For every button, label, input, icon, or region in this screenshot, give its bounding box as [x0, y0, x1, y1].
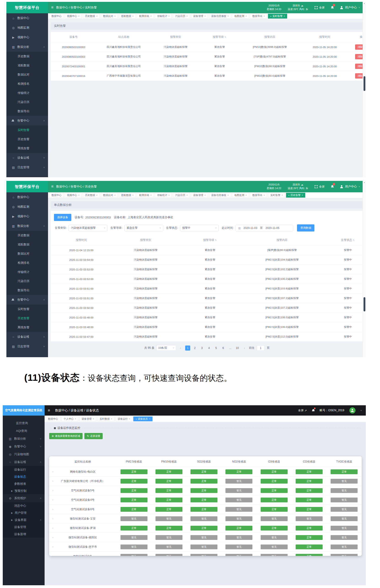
expand-arrow-icon[interactable]: › — [52, 470, 53, 473]
tab-实时告警[interactable]: 实时告警× — [268, 193, 285, 198]
tab-设备管理[interactable]: 设备管理× — [191, 193, 208, 198]
tab-设备管理[interactable]: 设备管理× — [79, 417, 96, 421]
sidebar-item-参数校准[interactable]: 参数校准 — [3, 480, 45, 487]
sidebar-item-消息中心[interactable]: 消息中心 — [3, 502, 45, 509]
expand-arrow-icon[interactable]: › — [52, 508, 53, 511]
sort-icon[interactable]: ⇅ — [215, 239, 216, 241]
sidebar-item-污染物地图[interactable]: ◎污染物地图 — [3, 450, 45, 458]
sidebar-item-日志管理[interactable]: ▤日志管理˅ — [6, 163, 48, 172]
scrollbar-thumb[interactable] — [363, 297, 365, 311]
tab-视频中心[interactable]: 视频中心× — [65, 14, 82, 19]
tab-close-icon[interactable]: × — [302, 194, 303, 196]
tab-close-icon[interactable]: × — [228, 194, 229, 196]
tab-close-icon[interactable]: × — [93, 418, 94, 420]
expand-arrow-icon[interactable]: › — [52, 536, 53, 539]
hamburger-icon[interactable]: ≡ — [51, 5, 54, 10]
goto-page-input[interactable] — [257, 345, 265, 351]
tab-close-icon[interactable]: × — [186, 194, 188, 196]
page-button-5[interactable]: 5 — [213, 346, 219, 351]
sidebar-item-告警中心[interactable]: 告警中心˄ — [6, 295, 48, 305]
sidebar-item-设备运维[interactable]: ○设备运维˅ — [6, 332, 48, 342]
tab-传输统计[interactable]: 传输统计× — [155, 14, 172, 19]
sidebar-item-日志管理[interactable]: ▤日志管理˅ — [6, 342, 48, 351]
scroll-up-icon[interactable]: ▲ — [363, 2, 366, 5]
sidebar-item-实时告警[interactable]: 实时告警 — [6, 305, 48, 314]
expand-arrow-icon[interactable]: › — [52, 526, 53, 530]
tab-设备信息修改[interactable]: 设备信息修改× — [209, 193, 231, 198]
alarm-status-select[interactable]: 报警中 ˅ — [180, 225, 219, 231]
sidebar-item-历史数据[interactable]: 历史数据 — [6, 52, 48, 61]
tab-close-icon[interactable]: × — [246, 15, 247, 17]
sidebar-item-实时告警[interactable]: 实时告警 — [6, 126, 48, 135]
tab-数据导出[interactable]: 数据导出× — [250, 14, 267, 19]
sidebar-item-设备状态[interactable]: 设备状态 — [3, 473, 45, 480]
tab-检测排名[interactable]: 检测排名× — [137, 193, 154, 198]
sort-icon[interactable]: ⇅ — [225, 36, 226, 38]
tab-污染日历[interactable]: 污染日历× — [173, 14, 190, 19]
tab-数据比对[interactable]: 数据比对× — [101, 14, 118, 19]
tab-地图监测[interactable]: 地图监测× — [232, 14, 249, 19]
expand-arrow-icon[interactable]: › — [52, 489, 53, 492]
tab-close-icon[interactable]: × — [75, 418, 76, 420]
sidebar-item-用户管理[interactable]: ▶用户管理 — [3, 509, 45, 516]
sidebar-item-数据中心[interactable]: ⌂数据中心 — [6, 192, 48, 202]
sidebar-item-系统维护[interactable]: ⚙系统维护˄ — [3, 494, 45, 502]
query-button[interactable]: 查询数据 — [297, 224, 314, 231]
tab-检测排名[interactable]: 检测排名× — [137, 14, 154, 19]
tab-数据中心[interactable]: 数据中心 — [49, 14, 64, 19]
avatar[interactable] — [349, 407, 356, 414]
hamburger-icon[interactable]: ≡ — [51, 184, 54, 189]
sidebar-item-AQI查询[interactable]: AQI查询 — [3, 427, 45, 435]
tab-视频中心[interactable]: 视频中心× — [65, 193, 82, 198]
tab-close-icon[interactable]: × — [150, 194, 152, 196]
alarm-level-select[interactable]: 紧急告警 ˅ — [124, 225, 163, 231]
sidebar-item-设备界面[interactable]: ▶设备界面˄ — [3, 516, 45, 524]
tab-close-icon[interactable]: × — [129, 418, 130, 420]
tab-实时数据[interactable]: 实时数据× — [97, 417, 114, 421]
sidebar-item-数据分析[interactable]: ▥数据分析˄ — [6, 42, 48, 52]
tab-close-icon[interactable]: × — [284, 15, 285, 17]
tab-历史数据[interactable]: 历史数据× — [83, 14, 100, 19]
sidebar-item-数据分析[interactable]: ▥数据分析˄ — [6, 221, 48, 231]
user-menu[interactable]: 用户中心 ˅ — [340, 5, 360, 10]
sort-icon[interactable]: ⇅ — [353, 239, 355, 241]
expand-arrow-icon[interactable]: › — [52, 480, 53, 483]
page-button-3[interactable]: 3 — [199, 346, 204, 351]
sidebar-item-传输统计[interactable]: 传输统计 — [6, 88, 48, 98]
tab-实时告警[interactable]: ●实时告警× — [268, 14, 287, 19]
tab-close-icon[interactable]: × — [186, 15, 188, 17]
tab-数据比对[interactable]: 数据比对× — [101, 193, 118, 198]
tab-close-icon[interactable]: × — [149, 418, 151, 420]
sidebar-item-历史数据[interactable]: 历史数据 — [6, 231, 48, 240]
alarm-type-select[interactable]: 污染物浓度超标报警 ˅ — [69, 225, 107, 231]
sidebar-item-污染日历[interactable]: 污染日历 — [6, 277, 48, 286]
sidebar-item-离线告警[interactable]: 离线告警 — [6, 144, 48, 153]
select-region-button[interactable]: ⊕ 请选择需要查询的区域 — [49, 433, 83, 439]
sidebar-item-地图监测[interactable]: ◎地图监测 — [6, 23, 48, 33]
sidebar-item-巡航数据[interactable]: 巡航数据 — [6, 240, 48, 249]
tab-数据导出[interactable]: 数据导出× — [250, 193, 267, 198]
tab-个人中心[interactable]: 个人中心× — [61, 417, 78, 421]
sidebar-item-预警控制[interactable]: ▶预警控制 — [3, 487, 45, 494]
page-size-select[interactable]: 10条/页 ˅ — [156, 345, 176, 351]
expand-arrow-icon[interactable]: › — [52, 555, 53, 556]
tab-设备管理[interactable]: 设备管理× — [191, 14, 208, 19]
tab-close-icon[interactable]: × — [282, 194, 283, 196]
sidebar-item-传输统计[interactable]: 传输统计 — [6, 267, 48, 277]
sidebar-item-数据分析[interactable]: ▥数据分析˅ — [3, 435, 45, 442]
notification-button[interactable] — [331, 5, 334, 10]
fullscreen-button[interactable]: 全屏 — [315, 6, 325, 10]
scrollbar[interactable]: ▲ — [363, 2, 366, 177]
tab-历史数据[interactable]: 历史数据× — [83, 193, 100, 198]
notification-button[interactable] — [331, 185, 334, 189]
tab-close-icon[interactable]: × — [114, 15, 116, 17]
sidebar-item-视频中心[interactable]: ▶视频中心 — [6, 211, 48, 221]
tab-close-icon[interactable]: × — [96, 194, 98, 196]
sidebar-item-设备运行[interactable]: 设备运行 — [3, 466, 45, 473]
sidebar-item-历史告警[interactable]: 历史告警 — [6, 314, 48, 323]
sidebar-item-检测排名[interactable]: 检测排名 — [6, 258, 48, 267]
sidebar-item-设备管理[interactable]: 设备管理 — [3, 524, 45, 530]
page-button-6[interactable]: 6 — [221, 346, 226, 351]
sidebar-item-设备运维[interactable]: ○设备运维˄ — [3, 458, 45, 466]
prev-page-button[interactable]: ‹ — [178, 346, 183, 351]
